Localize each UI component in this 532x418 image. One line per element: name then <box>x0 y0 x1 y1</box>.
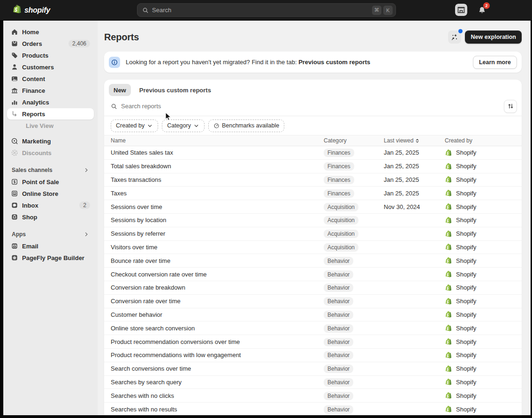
email-icon <box>11 242 18 250</box>
learn-more-button[interactable]: Learn more <box>473 56 517 69</box>
report-name[interactable]: Conversion rate over time <box>111 298 324 305</box>
table-row[interactable]: TaxesFinancesJan 25, 2025Shopify <box>104 187 522 200</box>
new-feature-dot <box>458 29 463 33</box>
sidebar-item-analytics[interactable]: Analytics <box>7 97 94 108</box>
table-row[interactable]: Bounce rate over timeBehaviorShopify <box>104 254 522 268</box>
table-row[interactable]: United States sales taxFinancesJan 25, 2… <box>104 146 522 160</box>
table-row[interactable]: Online store search conversionBehaviorSh… <box>104 321 522 335</box>
category-badge: Behavior <box>324 338 353 346</box>
report-name[interactable]: Search conversions over time <box>111 365 324 372</box>
sidebar-item-home[interactable]: Home <box>7 26 94 37</box>
reports-card: New Previous custom reports Search repor… <box>104 80 522 415</box>
sidebar-item-reports[interactable]: Reports <box>7 108 94 119</box>
table-row[interactable]: Taxes transactionsFinancesJan 25, 2025Sh… <box>104 173 522 187</box>
created-by-cell: Shopify <box>445 216 522 224</box>
filter-chip-created-by[interactable]: Created by <box>111 119 158 132</box>
sidebar-item-email[interactable]: Email <box>7 240 94 252</box>
created-by-cell: Shopify <box>445 176 522 183</box>
tab-previous-custom-reports[interactable]: Previous custom reports <box>135 84 216 96</box>
chevron-down-icon <box>147 123 153 129</box>
table-row[interactable]: Sessions by locationAcquisitionShopify <box>104 214 522 227</box>
shopify-logo[interactable]: shopify <box>12 4 50 16</box>
tabs-row: New Previous custom reports <box>104 80 522 97</box>
report-name[interactable]: Searches by search query <box>111 379 324 386</box>
shopify-bag-icon <box>445 338 452 345</box>
table-row[interactable]: Visitors over timeAcquisitionShopify <box>104 241 522 254</box>
column-category[interactable]: Category <box>324 137 384 144</box>
report-name[interactable]: Sessions by location <box>111 216 324 224</box>
table-row[interactable]: Searches with no resultsBehaviorShopify <box>104 403 522 415</box>
report-name[interactable]: Sessions over time <box>111 203 324 210</box>
column-last-viewed[interactable]: Last viewed <box>384 137 445 144</box>
sidebar-item-content[interactable]: Content <box>7 73 94 84</box>
table-row[interactable]: Product recommendations with low engagem… <box>104 349 522 362</box>
main-content: Reports New exploration Looking for a re… <box>98 21 531 415</box>
report-name[interactable]: Customer behavior <box>111 311 324 318</box>
table-row[interactable]: Customer behaviorBehaviorShopify <box>104 308 522 322</box>
category-badge: Finances <box>324 162 354 171</box>
filter-chip-benchmarks-available[interactable]: Benchmarks available <box>208 119 284 132</box>
topbar-actions: 2 <box>455 4 488 16</box>
report-name[interactable]: Bounce rate over time <box>111 257 324 264</box>
sidebar-item-pagefly-page-builder[interactable]: PageFly Page Builder <box>7 252 94 263</box>
report-name[interactable]: Visitors over time <box>111 244 324 251</box>
filter-chip-category[interactable]: Category <box>162 119 205 132</box>
report-name[interactable]: Conversion rate breakdown <box>111 284 324 291</box>
sidebar-item-orders[interactable]: Orders2,406 <box>7 38 94 49</box>
report-name[interactable]: Total sales breakdown <box>111 163 324 170</box>
table-row[interactable]: Searches with no clicksBehaviorShopify <box>104 389 522 403</box>
table-row[interactable]: Search conversions over timeBehaviorShop… <box>104 362 522 376</box>
table-row[interactable]: Sessions by referrerAcquisitionShopify <box>104 227 522 241</box>
sidebar-item-customers[interactable]: Customers <box>7 61 94 73</box>
column-created-by[interactable]: Created by <box>445 137 522 144</box>
sort-button[interactable] <box>504 100 517 113</box>
sidebar-item-shop[interactable]: Shop <box>7 211 94 223</box>
sidebar-item-online-store[interactable]: Online Store <box>7 188 94 199</box>
report-name[interactable]: Online store search conversion <box>111 325 324 332</box>
report-name[interactable]: Checkout conversion rate over time <box>111 271 324 278</box>
analytics-icon <box>11 98 18 106</box>
table-row[interactable]: Conversion rate breakdownBehaviorShopify <box>104 281 522 295</box>
table-row[interactable]: Checkout conversion rate over timeBehavi… <box>104 268 522 281</box>
report-name[interactable]: Taxes transactions <box>111 176 324 183</box>
created-by-cell: Shopify <box>445 163 522 170</box>
table-row[interactable]: Searches by search queryBehaviorShopify <box>104 376 522 389</box>
report-search-input[interactable]: Search reports <box>104 97 522 116</box>
tab-new[interactable]: New <box>109 84 131 96</box>
created-by-cell: Shopify <box>445 378 522 386</box>
exploration-icon-button[interactable] <box>448 30 461 44</box>
report-name[interactable]: United States sales tax <box>111 149 324 156</box>
store-avatar[interactable] <box>455 4 467 16</box>
report-name[interactable]: Searches with no clicks <box>111 392 324 399</box>
report-name[interactable]: Searches with no results <box>111 406 324 413</box>
category-badge: Behavior <box>324 392 353 400</box>
created-by-cell: Shopify <box>445 351 522 359</box>
table-row[interactable]: Conversion rate over timeBehaviorShopify <box>104 295 522 308</box>
report-name[interactable]: Sessions by referrer <box>111 230 324 237</box>
table-row[interactable]: Product recommendation conversions over … <box>104 335 522 349</box>
report-name[interactable]: Taxes <box>111 190 324 197</box>
new-exploration-button[interactable]: New exploration <box>465 30 522 44</box>
created-by-cell: Shopify <box>445 230 522 238</box>
sidebar-item-point-of-sale[interactable]: Point of Sale <box>7 176 94 187</box>
orders-icon <box>11 40 18 47</box>
sidebar-section-sales-channels[interactable]: Sales channels <box>7 164 94 176</box>
notification-badge: 2 <box>483 2 490 9</box>
table-row[interactable]: Sessions over timeAcquisitionNov 30, 202… <box>104 200 522 214</box>
sidebar-item-products[interactable]: Products <box>7 50 94 61</box>
sidebar-section-apps[interactable]: Apps <box>7 229 94 240</box>
shopify-bag-icon <box>445 298 452 305</box>
table-row[interactable]: Total sales breakdownFinancesJan 25, 202… <box>104 160 522 173</box>
sidebar-item-marketing[interactable]: Marketing <box>7 135 94 147</box>
category-badge: Behavior <box>324 270 353 279</box>
created-by-cell: Shopify <box>445 203 522 210</box>
notifications-button[interactable]: 2 <box>476 4 488 16</box>
sort-arrows-icon <box>507 103 514 110</box>
report-name[interactable]: Product recommendations with low engagem… <box>111 351 324 358</box>
report-name[interactable]: Product recommendation conversions over … <box>111 338 324 345</box>
column-name[interactable]: Name <box>111 137 324 144</box>
global-search-input[interactable]: Search ⌘ K <box>137 3 396 17</box>
created-by-cell: Shopify <box>445 189 522 197</box>
sidebar-item-inbox[interactable]: Inbox2 <box>7 200 94 211</box>
sidebar-item-finance[interactable]: Finance <box>7 85 94 96</box>
